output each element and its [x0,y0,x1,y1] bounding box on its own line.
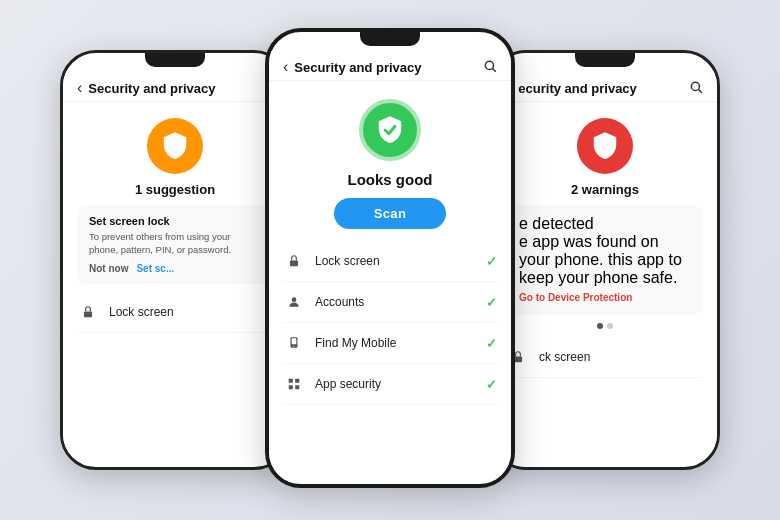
scan-button[interactable]: Scan [334,198,446,229]
svg-line-3 [493,68,496,71]
suggestion-card-left: Set screen lock To prevent others from u… [77,205,273,284]
svg-point-13 [691,82,699,90]
notch-center [360,32,420,46]
menu-item-accounts-center[interactable]: Accounts ✓ [283,282,497,323]
phone-right: ‹ ecurity and privacy ! 2 warnings e det… [490,50,720,470]
status-text-center: Looks good [283,171,497,188]
back-button-left[interactable]: ‹ [77,79,82,97]
go-to-device-protection-button[interactable]: Go to Device Protection [519,292,632,303]
person-icon-center [283,291,305,313]
header-title-right: ecurity and privacy [518,81,689,96]
shield-exclaim-icon-right: ! [590,131,620,161]
menu-label-lockscreen-left: Lock screen [109,305,273,319]
svg-rect-11 [289,385,293,389]
content-center: Looks good Scan Lock screen ✓ Accounts ✓ [269,81,511,483]
dot-1 [597,323,603,329]
warning-card-right: e detected e app was found on your phone… [507,205,703,315]
status-circle-center [359,99,421,161]
svg-rect-12 [295,385,299,389]
status-circle-left: ! [147,118,203,174]
warning-desc-right: e app was found on your phone. this app … [519,233,691,287]
card-title-left: Set screen lock [89,215,261,227]
menu-label-accounts-center: Accounts [315,295,486,309]
card-actions-left: Not now Set sc... [89,263,261,274]
status-circle-right: ! [577,118,633,174]
check-lockscreen-center: ✓ [486,254,497,269]
not-now-button[interactable]: Not now [89,263,128,274]
menu-item-lockscreen-center[interactable]: Lock screen ✓ [283,241,497,282]
header-left: ‹ Security and privacy [63,71,287,102]
notch-left [145,53,205,67]
shield-check-icon-center [375,115,405,145]
apps-icon-center [283,373,305,395]
svg-rect-9 [289,379,293,383]
notch-right [575,53,635,67]
svg-rect-4 [290,260,298,266]
check-accounts-center: ✓ [486,295,497,310]
warning-subtitle-right: e detected [519,215,691,233]
menu-label-findmobile-center: Find My Mobile [315,336,486,350]
menu-label-lockscreen-center: Lock screen [315,254,486,268]
dot-2 [607,323,613,329]
count-text-left: 1 suggestion [77,182,273,197]
svg-point-8 [293,346,294,347]
shield-exclaim-icon-left: ! [160,131,190,161]
svg-line-14 [699,89,702,92]
header-center: ‹ Security and privacy [269,50,511,81]
phone-center: ‹ Security and privacy Looks good Scan [265,28,515,488]
search-icon-right[interactable] [689,80,703,97]
menu-item-appsecurity-center[interactable]: App security ✓ [283,364,497,405]
menu-label-lockscreen-right: ck screen [539,350,703,364]
svg-rect-16 [514,356,522,362]
lock-icon-left [77,301,99,323]
svg-rect-10 [295,379,299,383]
content-right: ! 2 warnings e detected e app was found … [493,102,717,466]
svg-text:!: ! [603,142,607,154]
menu-label-appsecurity-center: App security [315,377,486,391]
menu-item-lockscreen-right[interactable]: ck screen [507,337,703,378]
card-desc-left: To prevent others from using your phone,… [89,230,261,257]
svg-rect-7 [292,338,297,344]
content-left: ! 1 suggestion Set screen lock To preven… [63,102,287,466]
svg-text:!: ! [173,142,177,154]
set-button[interactable]: Set sc... [136,263,174,274]
count-text-right: 2 warnings [507,182,703,197]
header-title-left: Security and privacy [88,81,273,96]
svg-point-2 [485,61,493,69]
back-button-center[interactable]: ‹ [283,58,288,76]
header-title-center: Security and privacy [294,60,483,75]
svg-rect-1 [84,311,92,317]
svg-point-5 [292,297,297,302]
location-icon-center [283,332,305,354]
check-findmobile-center: ✓ [486,336,497,351]
phone-left: ‹ Security and privacy ! 1 suggestion Se… [60,50,290,470]
search-icon-center[interactable] [483,59,497,76]
lock-icon-center [283,250,305,272]
dots-indicator [507,323,703,329]
check-appsecurity-center: ✓ [486,377,497,392]
header-right: ‹ ecurity and privacy [493,71,717,102]
menu-item-findmobile-center[interactable]: Find My Mobile ✓ [283,323,497,364]
menu-item-lockscreen-left[interactable]: Lock screen [77,292,273,333]
